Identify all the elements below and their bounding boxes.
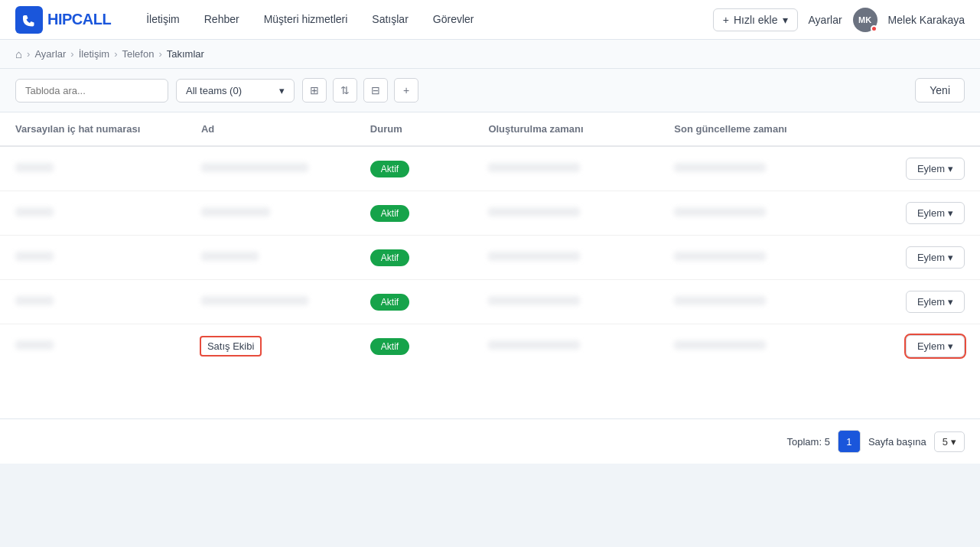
nav-satislar[interactable]: Satışlar — [360, 0, 420, 40]
plus-icon: + — [723, 14, 729, 26]
chevron-down-icon: ▾ — [948, 296, 953, 308]
add-icon-button[interactable]: + — [394, 78, 418, 103]
action-label: Eylem — [917, 252, 945, 263]
row3-updated — [659, 236, 845, 280]
plus-icon: + — [403, 84, 409, 96]
breadcrumb-iletisim[interactable]: İletişim — [79, 48, 109, 60]
table-row: Aktif Eylem ▾ — [0, 236, 980, 280]
chevron-down-icon: ▾ — [948, 340, 953, 352]
new-button[interactable]: Yeni — [915, 78, 965, 103]
breadcrumb: ⌂ › Ayarlar › İletişim › Telefon › Takım… — [0, 40, 980, 69]
filter-select[interactable]: All teams (0) ▾ — [176, 79, 295, 103]
table-row: Aktif Eylem ▾ — [0, 191, 980, 236]
row5-status: Aktif — [355, 324, 474, 369]
top-nav: HIPCALL İletişim Rehber Müşteri hizmetle… — [0, 0, 980, 40]
filter-icon: ⊟ — [371, 84, 380, 96]
settings-link[interactable]: Ayarlar — [809, 14, 842, 26]
breadcrumb-sep-0: › — [27, 48, 30, 60]
columns-icon: ⊞ — [310, 84, 319, 96]
row3-created — [473, 236, 659, 280]
row1-number — [0, 146, 186, 191]
nav-rehber[interactable]: Rehber — [192, 0, 252, 40]
per-page-select[interactable]: 5 ▾ — [934, 431, 965, 452]
row2-number — [0, 191, 186, 236]
per-page-value: 5 — [943, 436, 948, 448]
row1-name — [186, 146, 355, 191]
teams-table: Varsayılan iç hat numarası Ad Durum Oluş… — [0, 112, 980, 368]
row4-updated — [659, 280, 845, 324]
chevron-down-icon: ▾ — [951, 436, 956, 448]
row3-name — [186, 236, 355, 280]
nav-musteri[interactable]: Müşteri hizmetleri — [252, 0, 360, 40]
columns-toggle-button[interactable]: ⊞ — [302, 78, 327, 103]
filter-label: All teams (0) — [186, 85, 242, 96]
row5-number — [0, 324, 186, 369]
logo[interactable]: HIPCALL — [15, 6, 111, 34]
row5-action: Eylem ▾ — [845, 324, 980, 369]
col-created: Oluşturulma zamanı — [473, 112, 659, 146]
row5-name: Satış Ekibi — [186, 324, 355, 369]
row1-updated — [659, 146, 845, 191]
breadcrumb-sep-2: › — [114, 48, 117, 60]
action-label: Eylem — [917, 296, 945, 308]
sort-button[interactable]: ⇅ — [333, 78, 357, 103]
nav-iletisim[interactable]: İletişim — [134, 0, 192, 40]
filter-button[interactable]: ⊟ — [363, 78, 388, 103]
avatar-initials: MK — [858, 15, 871, 24]
row1-action-button[interactable]: Eylem ▾ — [906, 158, 965, 180]
avatar-status-dot — [871, 25, 877, 32]
svg-rect-0 — [15, 6, 43, 34]
col-action — [845, 112, 980, 146]
row3-number — [0, 236, 186, 280]
home-icon[interactable]: ⌂ — [15, 47, 22, 60]
table-row: Aktif Eylem ▾ — [0, 280, 980, 324]
breadcrumb-takimlar: Takımlar — [167, 48, 204, 60]
pagination-total: Toplam: 5 — [787, 436, 830, 448]
quick-add-button[interactable]: + Hızlı ekle ▾ — [713, 8, 798, 31]
row4-name — [186, 280, 355, 324]
row2-status: Aktif — [355, 191, 474, 236]
table-header-row: Varsayılan iç hat numarası Ad Durum Oluş… — [0, 112, 980, 146]
row1-created — [473, 146, 659, 191]
row2-name — [186, 191, 355, 236]
row4-created — [473, 280, 659, 324]
row4-action-button[interactable]: Eylem ▾ — [906, 291, 965, 313]
row5-action-button[interactable]: Eylem ▾ — [906, 335, 965, 357]
chevron-down-icon: ▾ — [783, 14, 788, 26]
col-updated: Son güncelleme zamanı — [659, 112, 845, 146]
table-row: Satış Ekibi Aktif Eylem ▾ — [0, 324, 980, 369]
nav-gorevler[interactable]: Görevler — [421, 0, 487, 40]
row5-updated — [659, 324, 845, 369]
row2-action-button[interactable]: Eylem ▾ — [906, 202, 965, 224]
row2-action: Eylem ▾ — [845, 191, 980, 236]
row2-updated — [659, 191, 845, 236]
table-row: Aktif Eylem ▾ — [0, 146, 980, 191]
row1-status: Aktif — [355, 146, 474, 191]
breadcrumb-sep-1: › — [70, 48, 73, 60]
col-number: Varsayılan iç hat numarası — [0, 112, 186, 146]
pagination-bar: Toplam: 5 1 Sayfa başına 5 ▾ — [0, 418, 980, 464]
quick-add-label: Hızlı ekle — [734, 14, 778, 26]
chevron-down-icon: ▾ — [948, 163, 953, 174]
breadcrumb-ayarlar[interactable]: Ayarlar — [34, 48, 66, 60]
chevron-down-icon: ▾ — [948, 207, 953, 219]
breadcrumb-telefon[interactable]: Telefon — [122, 48, 155, 60]
row5-created — [473, 324, 659, 369]
row4-status: Aktif — [355, 280, 474, 324]
action-label: Eylem — [917, 207, 945, 219]
row3-status: Aktif — [355, 236, 474, 280]
row3-action-button[interactable]: Eylem ▾ — [906, 246, 965, 269]
sort-icon: ⇅ — [340, 84, 350, 96]
nav-links: İletişim Rehber Müşteri hizmetleri Satış… — [134, 0, 713, 40]
search-input[interactable] — [15, 79, 168, 103]
avatar: MK — [853, 8, 877, 32]
page-1-button[interactable]: 1 — [838, 430, 861, 453]
action-label: Eylem — [917, 340, 945, 352]
col-name: Ad — [186, 112, 355, 146]
user-name: Melek Karakaya — [888, 14, 965, 26]
table-container: Varsayılan iç hat numarası Ad Durum Oluş… — [0, 112, 980, 418]
row4-action: Eylem ▾ — [845, 280, 980, 324]
toolbar-icons: ⊞ ⇅ ⊟ + — [302, 78, 418, 103]
logo-text: HIPCALL — [47, 11, 111, 28]
nav-right: + Hızlı ekle ▾ Ayarlar MK Melek Karakaya — [713, 8, 965, 32]
